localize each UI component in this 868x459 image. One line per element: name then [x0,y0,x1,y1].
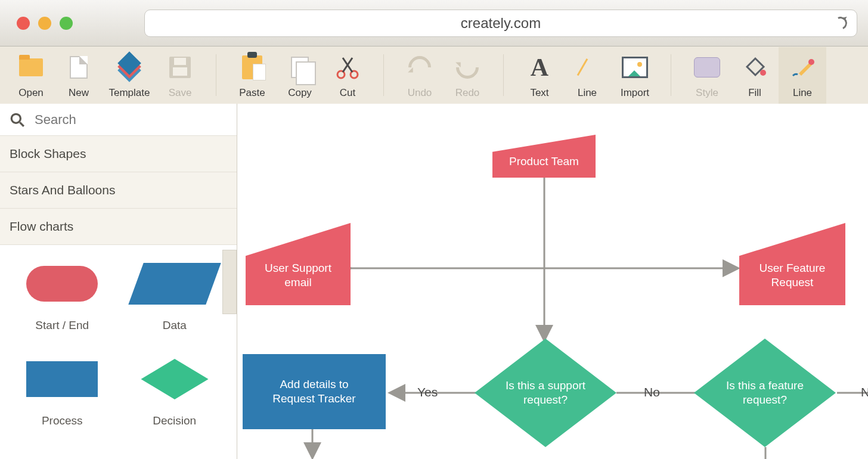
window-minimize-button[interactable] [38,17,51,30]
toolbar-separator [216,54,216,96]
label-no-2: N [861,385,868,399]
folder-icon [19,58,43,76]
parallelogram-icon [128,263,221,305]
category-flow-charts[interactable]: Flow charts [0,209,237,245]
label-no: No [644,385,660,399]
image-icon [622,57,648,78]
browser-chrome: creately.com [0,0,868,46]
node-add-details[interactable]: Add details to Request Tracker [243,354,386,429]
category-stars-balloons[interactable]: Stars And Balloons [0,172,237,209]
copy-button[interactable]: Copy [276,47,324,104]
copy-icon [291,57,309,78]
shape-start-end[interactable]: Start / End [6,257,119,334]
shape-sidebar: Block Shapes Stars And Balloons Flow cha… [0,104,237,459]
template-button[interactable]: Template [103,47,156,104]
new-button[interactable]: New [55,47,103,104]
redo-button[interactable]: Redo [444,47,491,104]
text-button[interactable]: A Text [516,47,563,104]
svg-point-3 [808,59,814,65]
scrollbar-thumb[interactable] [222,250,237,314]
node-is-support[interactable]: Is this a support request? [475,339,616,447]
toolbar-separator [503,54,504,96]
fill-button[interactable]: Fill [731,47,779,104]
style-icon [694,57,720,77]
redo-icon [451,51,483,83]
style-button[interactable]: Style [683,47,731,104]
main-toolbar: Open New Template Save Paste Copy Cut Un… [0,46,868,104]
pencil-icon [789,54,816,81]
cut-button[interactable]: Cut [324,47,371,104]
reload-icon[interactable] [832,14,849,31]
open-button[interactable]: Open [7,47,55,104]
line-button[interactable]: Line [563,47,611,104]
paste-button[interactable]: Paste [228,47,276,104]
shape-process[interactable]: Process [6,352,119,430]
line-tool-button[interactable]: Line [779,47,826,104]
pill-shape-icon [26,266,98,302]
label-yes: Yes [417,385,438,399]
shape-decision[interactable]: Decision [119,352,231,430]
text-icon: A [531,55,548,80]
search-input[interactable] [35,112,237,128]
undo-button[interactable]: Undo [396,47,444,104]
toolbar-separator [671,54,671,96]
new-doc-icon [70,56,88,79]
scissors-icon [334,54,361,81]
toolbar-separator [383,54,384,96]
window-zoom-button[interactable] [60,17,73,30]
import-button[interactable]: Import [611,47,659,104]
shape-data[interactable]: Data [119,257,231,334]
url-text: creately.com [461,15,541,32]
traffic-lights [17,17,73,30]
fill-icon [741,54,768,81]
svg-point-2 [760,70,766,76]
undo-icon [404,51,436,83]
node-is-feature[interactable]: Is this a feature request? [694,339,836,447]
svg-line-5 [20,122,24,126]
diagram-canvas[interactable]: Product Team User Support email User Fea… [237,104,868,459]
url-bar[interactable]: creately.com [144,10,857,37]
sidebar-search [0,104,237,136]
line-icon [576,57,598,78]
save-button[interactable]: Save [156,47,204,104]
paste-icon [242,55,262,79]
category-block-shapes[interactable]: Block Shapes [0,136,237,172]
save-icon [169,57,191,78]
diamond-icon [141,359,208,399]
template-icon [117,57,141,77]
shapes-panel: Start / End Data Process Decision [0,245,237,459]
svg-point-4 [11,114,20,123]
rectangle-icon [26,361,98,397]
window-close-button[interactable] [17,17,30,30]
search-icon [0,112,35,128]
